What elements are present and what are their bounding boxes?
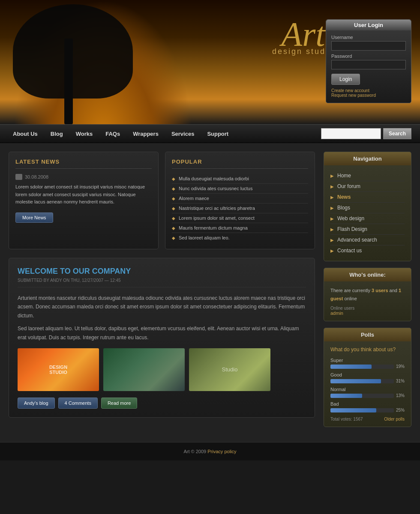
nav-home-link[interactable]: Home (337, 173, 351, 179)
diamond-icon: ◆ (172, 186, 175, 191)
nav-flashdesign-link[interactable]: Flash Design (337, 226, 367, 232)
welcome-images: DESIGNSTUDIO Studio (18, 348, 306, 391)
navigation-widget: Navigation ▶Home ▶Our forum ▶News ▶Blogs… (324, 152, 411, 261)
news-body: Lorem sdolor amet consect sit insuscipit… (15, 183, 152, 206)
login-button[interactable]: Login (331, 74, 360, 85)
search-area: Search (321, 128, 420, 139)
nav-wrappers[interactable]: Wrappers (133, 131, 159, 137)
list-item: ◆Nastristique orci ac ultricies pharetra (172, 203, 308, 213)
sidebar-item-contact[interactable]: ▶Contact us (330, 245, 405, 256)
whos-online-widget: Who's online: There are currently 3 user… (324, 268, 411, 321)
login-title: User Login (326, 20, 411, 30)
sidebar-item-blogs[interactable]: ▶Blogs (330, 203, 405, 213)
popular-title: POPULAR (172, 158, 308, 169)
andys-blog-button[interactable]: Andy's blog (18, 397, 55, 409)
navigation-bar: About Us Blog Works FAQs Wrappers Servic… (0, 124, 420, 143)
polls-title: Polls (324, 328, 411, 341)
arrow-icon: ▶ (330, 248, 334, 253)
sidebar-nav-list: ▶Home ▶Our forum ▶News ▶Blogs ▶Web desig… (330, 170, 405, 256)
diamond-icon: ◆ (172, 196, 175, 201)
nav-advanced-link[interactable]: Advanced search (337, 237, 377, 243)
online-user: admin (330, 311, 405, 316)
sidebar: Navigation ▶Home ▶Our forum ▶News ▶Blogs… (324, 152, 411, 433)
privacy-policy-link[interactable]: Privacy policy (207, 449, 236, 454)
nav-webdesign-link[interactable]: Web design (337, 215, 364, 221)
sidebar-item-forum[interactable]: ▶Our forum (330, 181, 405, 192)
header: Art design studio User Login Username Pa… (0, 0, 420, 124)
tree-trunk (64, 39, 73, 124)
poll-bar-super (330, 365, 372, 369)
poll-pct-good: 31% (396, 379, 405, 383)
nav-works[interactable]: Works (76, 131, 93, 137)
whos-online-title: Who's online: (324, 268, 411, 281)
nav-faqs[interactable]: FAQs (105, 131, 120, 137)
nav-contact-link[interactable]: Contact us (337, 248, 362, 254)
navigation-widget-title: Navigation (324, 152, 411, 165)
sidebar-item-advanced[interactable]: ▶Advanced search (330, 235, 405, 245)
latest-news-panel: LATEST NEWS 30.08.2008 Lorem sdolor amet… (9, 152, 159, 249)
username-label: Username (331, 35, 406, 40)
read-more-button[interactable]: Read more (101, 397, 137, 409)
older-polls-link[interactable]: Older polls (384, 417, 405, 421)
comments-button[interactable]: 4 Comments (58, 397, 98, 409)
poll-label-super: Super (330, 358, 405, 363)
popular-panel: POPULAR ◆Mulla duseugiat malesuda odiorb… (165, 152, 315, 249)
diamond-icon: ◆ (172, 216, 175, 221)
sidebar-item-news[interactable]: ▶News (330, 192, 405, 203)
nav-blogs-link[interactable]: Blogs (337, 205, 350, 211)
list-item: ◆Mauris fermentum dictum magna (172, 223, 308, 233)
main-content: LATEST NEWS 30.08.2008 Lorem sdolor amet… (0, 143, 420, 442)
arrow-icon: ▶ (330, 206, 334, 210)
online-users-label: Online users (330, 306, 405, 311)
poll-item-normal: Normal 13% (330, 387, 405, 398)
list-item: ◆Nunc odivida ates cursusnec luctus (172, 184, 308, 194)
sidebar-item-flashdesign[interactable]: ▶Flash Design (330, 224, 405, 235)
poll-pct-super: 19% (396, 364, 405, 369)
navigation-widget-body: ▶Home ▶Our forum ▶News ▶Blogs ▶Web desig… (324, 165, 411, 261)
list-item: ◆Sed laoreet aliquam leo. (172, 233, 308, 242)
welcome-image-1: DESIGNSTUDIO (18, 348, 99, 391)
diamond-icon: ◆ (172, 206, 175, 211)
poll-question: What do you think about us? (330, 347, 405, 353)
request-password-link[interactable]: Request new password (331, 93, 406, 98)
diamond-icon: ◆ (172, 176, 175, 181)
welcome-section: WELCOME TO OUR COMPANY SUBMITTED BY ANDY… (9, 258, 315, 418)
password-input[interactable] (331, 60, 406, 69)
footer-text: Art © 2009 (183, 449, 206, 454)
content-area: LATEST NEWS 30.08.2008 Lorem sdolor amet… (9, 152, 315, 433)
more-news-button[interactable]: More News (15, 212, 53, 223)
password-label: Password (331, 54, 406, 59)
list-item: ◆Alorem maece (172, 194, 308, 203)
nav-services[interactable]: Services (171, 131, 195, 137)
logo-text: Art (272, 17, 334, 51)
nav-links: About Us Blog Works FAQs Wrappers Servic… (0, 131, 321, 137)
top-panels: LATEST NEWS 30.08.2008 Lorem sdolor amet… (9, 152, 315, 249)
poll-pct-bad: 25% (396, 408, 405, 412)
latest-news-title: LATEST NEWS (15, 158, 152, 169)
poll-label-bad: Bad (330, 401, 405, 406)
sidebar-item-home[interactable]: ▶Home (330, 170, 405, 181)
nav-forum-link[interactable]: Our forum (337, 183, 360, 189)
nav-support[interactable]: Support (207, 131, 228, 137)
username-input[interactable] (331, 41, 406, 51)
arrow-icon: ▶ (330, 227, 334, 232)
poll-label-normal: Normal (330, 387, 405, 392)
arrow-icon: ▶ (330, 195, 334, 200)
create-account-link[interactable]: Create new account (331, 88, 406, 93)
calendar-icon (15, 174, 22, 180)
popular-list: ◆Mulla duseugiat malesuda odiorbi ◆Nunc … (172, 174, 308, 242)
poll-bar-normal (330, 394, 362, 398)
welcome-body: Arturient montes nascetur ridiculus duse… (18, 294, 306, 342)
poll-item-good: Good 31% (330, 372, 405, 383)
welcome-actions: Andy's blog 4 Comments Read more (18, 397, 306, 409)
nav-news-link[interactable]: News (337, 194, 351, 200)
nav-blog[interactable]: Blog (51, 131, 63, 137)
polls-body: What do you think about us? Super 19% Go… (324, 341, 411, 427)
poll-item-bad: Bad 25% (330, 401, 405, 412)
nav-about[interactable]: About Us (13, 131, 38, 137)
search-button[interactable]: Search (383, 128, 411, 139)
news-date: 30.08.2008 (15, 174, 152, 180)
sidebar-item-webdesign[interactable]: ▶Web design (330, 213, 405, 224)
search-input[interactable] (321, 128, 381, 139)
polls-widget: Polls What do you think about us? Super … (324, 328, 411, 427)
